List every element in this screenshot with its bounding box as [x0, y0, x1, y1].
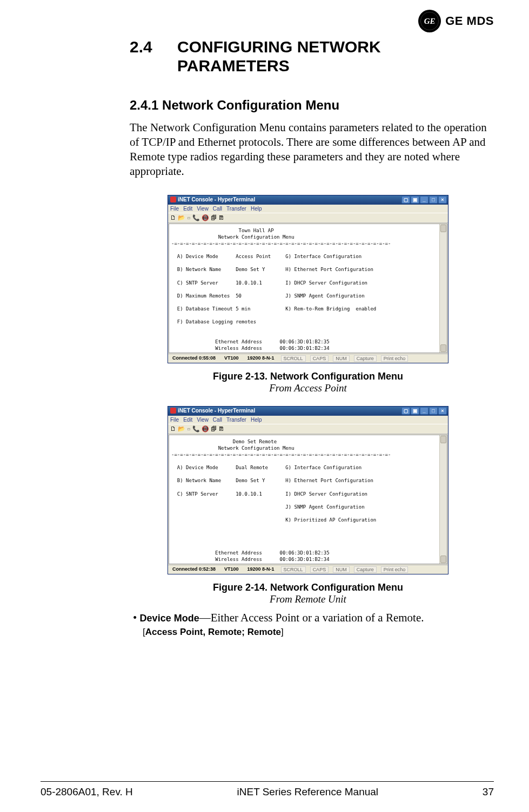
figure-2-13: iNET Console - HyperTerminal ▢ ▣ _ □ × F…	[168, 195, 448, 394]
figure-2-14-title: Figure 2-14. Network Configuration Menu	[168, 582, 448, 593]
close-button[interactable]: ×	[438, 407, 447, 415]
page-footer: 05-2806A01, Rev. H iNET Series Reference…	[41, 781, 494, 798]
subsection-heading: 2.4.1 Network Configuration Menu	[130, 98, 492, 113]
outer-btn-2[interactable]: ▣	[411, 196, 419, 204]
app-icon	[170, 408, 176, 414]
list-item: Device Mode—Either Access Point or a var…	[133, 611, 492, 638]
minimize-button[interactable]: _	[420, 196, 428, 204]
brand-logo: GE GE MDS	[418, 10, 494, 32]
outer-btn-2[interactable]: ▣	[411, 407, 419, 415]
footer-center: iNET Series Reference Manual	[237, 786, 379, 798]
menu-bar[interactable]: FileEditViewCallTransferHelp	[168, 416, 448, 424]
terminal-output-remote: Demo Set Remote Network Configuration Me…	[169, 435, 447, 564]
maximize-button[interactable]: □	[429, 196, 438, 204]
figure-2-13-subtitle: From Access Point	[168, 382, 448, 394]
status-bar: Connected 0:52:38 VT100 19200 8-N-1 SCRO…	[168, 565, 448, 574]
footer-right: 37	[483, 786, 494, 798]
close-button[interactable]: ×	[438, 196, 447, 204]
minimize-button[interactable]: _	[420, 407, 428, 415]
figure-2-13-title: Figure 2-13. Network Configuration Menu	[168, 371, 448, 382]
outer-btn-1[interactable]: ▢	[401, 196, 410, 204]
toolbar[interactable]: 🗋📂▫📞📵🗐🖹	[168, 424, 448, 434]
options-list: Device Mode—Either Access Point or a var…	[130, 611, 492, 638]
maximize-button[interactable]: □	[429, 407, 438, 415]
status-bar: Connected 0:55:08 VT100 19200 8-N-1 SCRO…	[168, 354, 448, 363]
outer-btn-1[interactable]: ▢	[401, 407, 410, 415]
figure-2-14-subtitle: From Remote Unit	[168, 593, 448, 605]
figure-2-14: iNET Console - HyperTerminal ▢ ▣ _ □ × F…	[168, 406, 448, 605]
brand-text: GE MDS	[445, 14, 494, 28]
section-heading: 2.4 CONFIGURING NETWORK PARAMETERS	[130, 38, 492, 75]
intro-paragraph: The Network Configuration Menu contains …	[130, 120, 492, 179]
terminal-output-ap: Town Hall AP Network Configuration Menu …	[169, 224, 447, 353]
window-title: iNET Console - HyperTerminal	[178, 197, 255, 202]
menu-bar[interactable]: FileEditViewCallTransferHelp	[168, 205, 448, 213]
toolbar[interactable]: 🗋📂▫📞📵🗐🖹	[168, 213, 448, 223]
footer-left: 05-2806A01, Rev. H	[41, 786, 133, 798]
ge-monogram-icon: GE	[418, 10, 441, 32]
window-title: iNET Console - HyperTerminal	[178, 408, 255, 414]
app-icon	[170, 197, 176, 202]
